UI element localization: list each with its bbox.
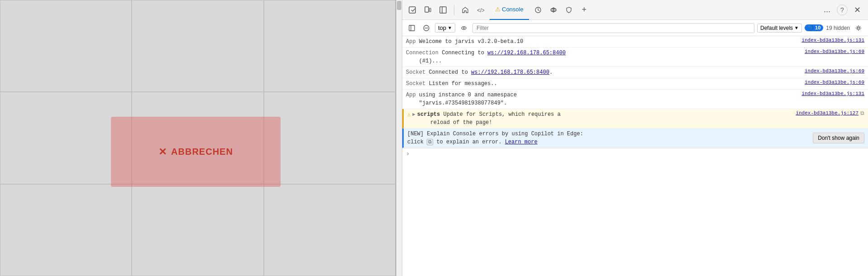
console-toolbar: top ▼ Default levels ▼ 🔵 10 19 hidden [402, 20, 868, 36]
svg-point-13 [463, 27, 464, 29]
console-messages-area: App Welcome to jarvis v3.2.0-beta.10 ind… [402, 36, 868, 276]
log-row: App using instance 0 and namespace "jarv… [402, 90, 868, 109]
grid-cell-8 [132, 184, 263, 276]
console-prompt-arrow: › [406, 150, 410, 157]
log-link[interactable]: index-bd3a13be.js:131 [794, 91, 864, 96]
filter-input[interactable] [472, 23, 754, 33]
cancel-x-icon: ✕ [158, 146, 167, 158]
hidden-count: 19 hidden [826, 25, 850, 31]
log-row: Socket Listen for messages.. index-bd3a1… [402, 78, 868, 90]
clear-console-icon[interactable] [420, 22, 432, 34]
console-settings-icon[interactable] [853, 22, 864, 34]
grid-cell-2 [132, 0, 263, 92]
scrollbar-thumb[interactable] [397, 1, 401, 10]
log-row: App Welcome to jarvis v3.2.0-beta.10 ind… [402, 36, 868, 48]
security-icon[interactable] [563, 4, 575, 16]
browser-content-panel: ✕ ABBRECHEN [0, 0, 396, 276]
log-message-text: scripts Update for Scripts, which requir… [417, 110, 789, 127]
cancel-label: ABBRECHEN [171, 147, 233, 157]
log-link[interactable]: index-bd3a13be.js:69 [797, 49, 864, 54]
sidebar-toggle-icon[interactable] [437, 4, 449, 16]
log-message-text: App using instance 0 and namespace "jarv… [406, 91, 794, 107]
scrollbar[interactable] [396, 0, 402, 276]
network-icon[interactable] [547, 4, 560, 16]
svg-point-14 [858, 27, 860, 29]
home-icon[interactable] [459, 4, 472, 16]
log-link[interactable]: index-bd3a13be.js:69 [797, 80, 864, 85]
default-levels-dropdown-icon: ▼ [794, 25, 799, 30]
log-link[interactable]: index-bd3a13be.js:69 [797, 68, 864, 74]
svg-rect-2 [429, 8, 431, 12]
device-toggle-icon[interactable] [421, 4, 434, 16]
cancel-overlay[interactable]: ✕ ABBRECHEN [111, 117, 281, 187]
grid-cell-9 [264, 184, 396, 276]
warning-triangle-icon: ⚠ [407, 110, 410, 118]
scripts-label: scripts [417, 111, 440, 118]
sidebar-toggle-console-icon[interactable] [406, 22, 418, 34]
log-message-text: App Welcome to jarvis v3.2.0-beta.10 [406, 38, 794, 46]
inspect-element-icon[interactable] [406, 4, 419, 16]
console-prompt-row: › [402, 148, 868, 159]
eye-icon[interactable] [458, 22, 470, 34]
cancel-button-inner: ✕ ABBRECHEN [158, 146, 233, 158]
add-tab-icon[interactable]: + [578, 4, 591, 16]
grid-cell-6 [264, 92, 396, 184]
log-link[interactable]: index-bd3a13be.js:127 [788, 110, 858, 116]
svg-text:</>: </> [477, 7, 484, 14]
log-row-warning: ⚠ ▶ scripts Update for Scripts, which re… [402, 109, 868, 128]
svg-rect-0 [409, 7, 415, 13]
log-message-text: [NEW] Explain Console errors by using Co… [407, 130, 809, 146]
console-warn-icon: ⚠ [495, 6, 501, 13]
context-selector[interactable]: top ▼ [435, 23, 455, 33]
log-row-info: [NEW] Explain Console errors by using Co… [402, 128, 868, 148]
grid-cell-1 [0, 0, 132, 92]
context-top-label: top [438, 24, 446, 31]
performance-icon[interactable] [532, 4, 544, 16]
log-message-text: Socket Listen for messages.. [406, 80, 797, 88]
toolbar-sep-1 [454, 5, 454, 15]
log-message-text: Socket Connected to ws://192.168.178.65:… [406, 68, 797, 76]
default-levels-label: Default levels [760, 25, 793, 31]
devtools-panel: </> ⚠ Console + ... ? ✕ t [402, 0, 868, 276]
help-button[interactable]: ? [837, 5, 848, 15]
log-row: Socket Connected to ws://192.168.178.65:… [402, 67, 868, 78]
ws-link-1[interactable]: ws://192.168.178.65:8400 [487, 50, 566, 56]
log-row: Connection Connecting to ws://192.168.17… [402, 48, 868, 67]
dont-show-again-button[interactable]: Don't show again [813, 133, 864, 143]
log-link[interactable]: index-bd3a13be.js:131 [794, 38, 864, 43]
copy-icon[interactable]: ⧉ [860, 110, 864, 117]
grid-cell-7 [0, 184, 132, 276]
grid-cell-3 [264, 0, 396, 92]
close-devtools-button[interactable]: ✕ [850, 3, 864, 17]
log-message-text: Connection Connecting to ws://192.168.17… [406, 49, 797, 65]
context-dropdown-icon: ▼ [448, 25, 452, 30]
tab-console[interactable]: ⚠ Console [490, 0, 529, 20]
svg-rect-3 [440, 7, 446, 13]
issues-badge[interactable]: 🔵 10 [805, 24, 823, 31]
learn-more-link[interactable]: Learn more [505, 139, 538, 145]
tab-console-label: Console [502, 6, 524, 13]
svg-rect-8 [409, 25, 415, 31]
source-icon[interactable]: </> [474, 4, 487, 16]
default-levels-selector[interactable]: Default levels ▼ [757, 24, 802, 33]
svg-rect-1 [425, 7, 429, 12]
devtools-toolbar: </> ⚠ Console + ... ? ✕ [402, 0, 868, 20]
ws-link-2[interactable]: ws://192.168.178.65:8400 [471, 69, 549, 76]
expand-arrow-icon[interactable]: ▶ [412, 110, 415, 117]
more-options-button[interactable]: ... [820, 3, 834, 16]
